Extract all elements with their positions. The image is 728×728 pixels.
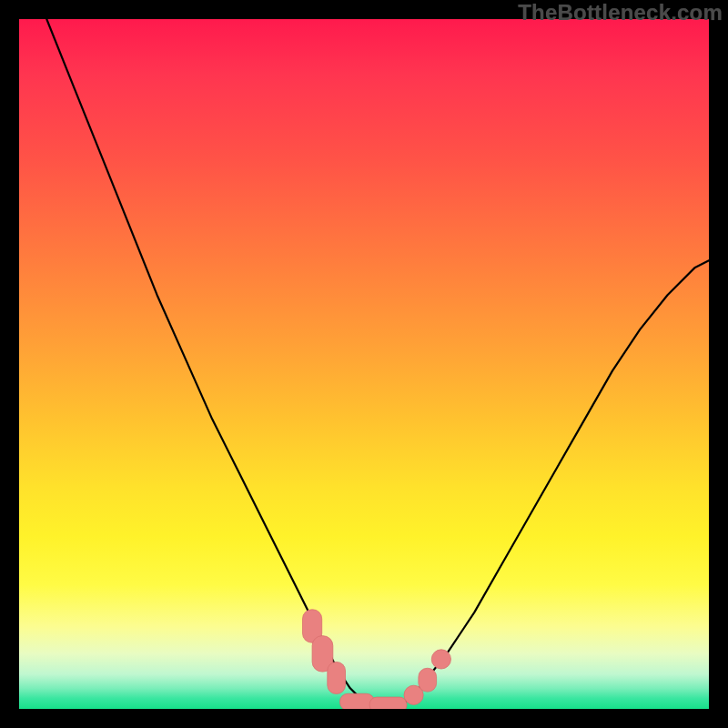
chart-svg [19, 19, 709, 709]
bottleneck-curve [46, 19, 709, 705]
curve-marker [340, 693, 375, 709]
curve-marker [419, 668, 437, 692]
curve-marker [369, 697, 407, 709]
curve-marker [431, 650, 450, 669]
watermark-label: TheBottleneck.com [518, 0, 723, 25]
curve-markers [303, 610, 451, 709]
chart-frame [19, 19, 709, 709]
curve-marker [328, 662, 346, 694]
